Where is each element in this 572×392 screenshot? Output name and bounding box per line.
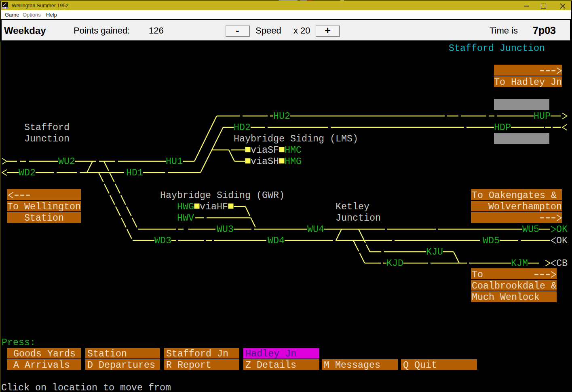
svg-text:CB: CB	[556, 258, 568, 269]
svg-text:Station: Station	[87, 349, 127, 359]
svg-text:WU4: WU4	[307, 224, 324, 235]
svg-text:To Oakengates &: To Oakengates &	[472, 190, 557, 201]
svg-text:KJM: KJM	[511, 258, 528, 269]
svg-text:WD4: WD4	[268, 236, 285, 246]
svg-text:HU2: HU2	[273, 111, 290, 122]
svg-text:Haybridge Siding (LMS): Haybridge Siding (LMS)	[234, 134, 358, 144]
svg-text:Stafford Junction: Stafford Junction	[449, 43, 545, 54]
svg-text:HWG: HWG	[177, 202, 194, 212]
svg-text:D Departures: D Departures	[87, 360, 155, 371]
svg-text:Stafford: Stafford	[24, 122, 70, 133]
svg-text:HD2: HD2	[234, 122, 251, 133]
svg-text:Z Details: Z Details	[245, 360, 296, 371]
svg-text:Hadley Jn: Hadley Jn	[245, 349, 296, 359]
svg-text:HUP: HUP	[534, 111, 551, 122]
svg-text:HMC: HMC	[285, 145, 302, 156]
svg-text:OK: OK	[556, 224, 568, 235]
svg-text:Ketley: Ketley	[336, 202, 369, 212]
svg-text:HU1: HU1	[166, 156, 183, 167]
svg-text:R Report: R Report	[166, 360, 211, 371]
svg-text:To Hadley Jn: To Hadley Jn	[494, 77, 562, 88]
svg-text:OK: OK	[556, 236, 568, 246]
svg-text:HD1: HD1	[126, 168, 143, 178]
svg-text:Station: Station	[24, 213, 64, 223]
svg-text:Junction: Junction	[24, 134, 70, 144]
svg-text:KJU: KJU	[426, 247, 443, 257]
svg-text:Stafford Jn: Stafford Jn	[166, 349, 228, 359]
svg-text:Press:: Press:	[2, 337, 36, 348]
svg-text:Click on location to move from: Click on location to move from	[1, 383, 171, 392]
svg-text:WD3: WD3	[154, 236, 171, 246]
svg-text:Junction: Junction	[336, 213, 381, 223]
svg-text:HMG: HMG	[285, 156, 302, 167]
svg-text:To: To	[472, 270, 483, 280]
svg-text:WU2: WU2	[58, 156, 75, 167]
svg-text:HDP: HDP	[494, 122, 511, 133]
svg-text:KJD: KJD	[386, 258, 403, 269]
svg-text:To Wellington: To Wellington	[7, 202, 81, 212]
svg-text:viaHF: viaHF	[200, 202, 228, 212]
svg-text:M Messages: M Messages	[324, 360, 380, 371]
svg-text:Goods Yards: Goods Yards	[13, 349, 76, 359]
svg-text:viaSH: viaSH	[251, 156, 279, 167]
svg-text:Coalbrookdale &: Coalbrookdale &	[472, 281, 557, 291]
svg-text:WD5: WD5	[483, 236, 500, 246]
svg-text:WU5: WU5	[522, 224, 539, 235]
svg-text:HWV: HWV	[177, 213, 194, 223]
svg-text:WD2: WD2	[19, 168, 36, 178]
svg-text:Wolverhampton: Wolverhampton	[488, 202, 562, 212]
svg-text:viaSF: viaSF	[251, 145, 279, 156]
svg-text:WU3: WU3	[217, 224, 234, 235]
svg-text:Haybridge Siding (GWR): Haybridge Siding (GWR)	[160, 190, 285, 201]
svg-text:A Arrivals: A Arrivals	[13, 360, 70, 371]
svg-text:Much Wenlock: Much Wenlock	[472, 292, 540, 303]
svg-text:Q Quit: Q Quit	[403, 360, 437, 371]
